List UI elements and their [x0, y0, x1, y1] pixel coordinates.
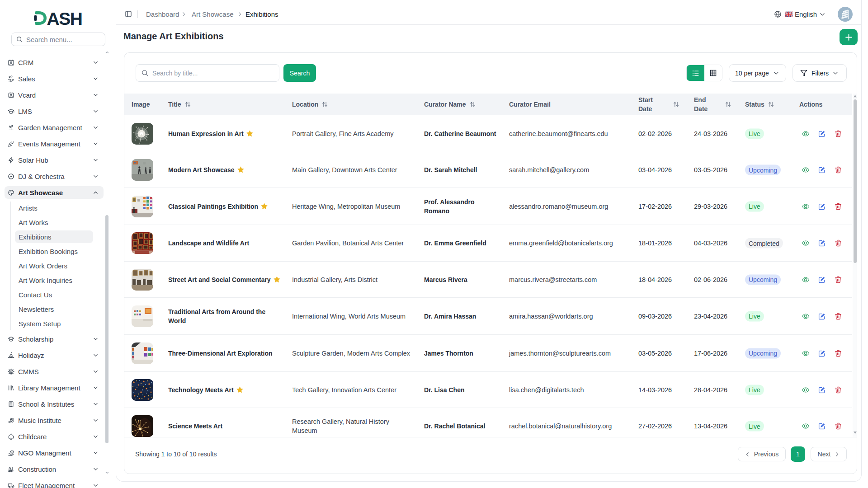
svg-text:ASH: ASH — [47, 9, 82, 27]
